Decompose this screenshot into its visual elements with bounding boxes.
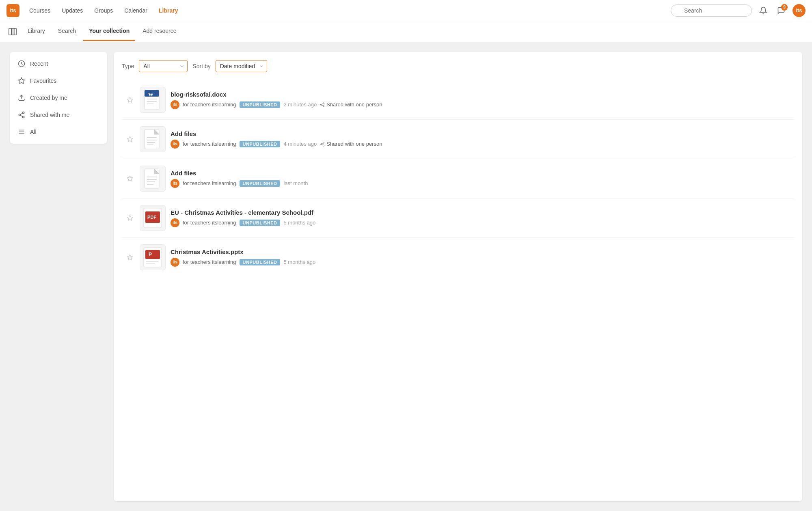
svg-point-7 — [22, 112, 24, 114]
search-input[interactable] — [671, 4, 752, 17]
resource-shared: Shared with one person — [320, 141, 382, 147]
author-avatar: its — [171, 258, 179, 267]
star-button[interactable] — [125, 213, 135, 223]
resource-title[interactable]: Add files — [171, 130, 791, 137]
star-button[interactable] — [125, 174, 135, 183]
type-filter-label: Type — [122, 63, 134, 69]
svg-point-33 — [323, 142, 324, 143]
nav-groups[interactable]: Groups — [89, 5, 118, 16]
share-small-icon — [320, 102, 325, 107]
list-item: Add files its for teachers itslearning U… — [122, 120, 794, 159]
author-avatar: its — [171, 140, 179, 149]
star-button[interactable] — [125, 95, 135, 105]
svg-rect-1 — [9, 28, 11, 35]
svg-rect-3 — [14, 28, 16, 35]
resource-info: EU - Christmas Activities - elementary S… — [171, 209, 791, 227]
svg-marker-15 — [127, 97, 132, 102]
star-button[interactable] — [125, 252, 135, 262]
sidebar-item-recent[interactable]: Recent — [10, 55, 107, 72]
svg-line-36 — [322, 144, 323, 145]
svg-marker-5 — [19, 78, 25, 84]
sidebar-item-favourites-label: Favourites — [30, 78, 56, 84]
star-icon — [18, 77, 25, 84]
sidebar-item-favourites[interactable]: Favourites — [10, 72, 107, 89]
sort-select[interactable]: Date modified Name Date created — [216, 60, 267, 72]
svg-point-35 — [323, 145, 324, 146]
resource-title[interactable]: EU - Christmas Activities - elementary S… — [171, 209, 791, 216]
resource-title[interactable]: blog-risksofai.docx — [171, 91, 791, 98]
svg-text:W: W — [148, 91, 153, 97]
top-navigation: its Courses Updates Groups Calendar Libr… — [0, 0, 812, 21]
subnav-add-resource[interactable]: Add resource — [137, 22, 182, 41]
list-item: Add files its for teachers itslearning U… — [122, 159, 794, 198]
star-button[interactable] — [125, 134, 135, 144]
generic-file-icon — [144, 168, 162, 189]
resource-title[interactable]: Add files — [171, 170, 791, 177]
upload-icon — [18, 94, 25, 101]
clock-icon — [18, 60, 25, 67]
list-item: P Christmas Activities.pptx its for teac… — [122, 238, 794, 277]
nav-courses[interactable]: Courses — [24, 5, 55, 16]
resource-author: for teachers itslearning — [183, 141, 236, 147]
sidebar-item-all[interactable]: All — [10, 123, 107, 140]
resource-thumbnail — [140, 166, 166, 192]
star-outline-icon — [127, 136, 133, 142]
sub-navigation: Library Search Your collection Add resou… — [0, 21, 812, 42]
logo-badge[interactable]: its — [6, 4, 19, 17]
status-badge: UNPUBLISHED — [240, 101, 281, 108]
svg-line-11 — [20, 113, 22, 114]
sidebar-item-created-by-me[interactable]: Created by me — [10, 89, 107, 106]
resource-title[interactable]: Christmas Activities.pptx — [171, 248, 791, 255]
sort-filter-label: Sort by — [192, 63, 210, 69]
sidebar: Recent Favourites Created by me Shared w… — [10, 52, 107, 144]
resource-thumbnail: W — [140, 87, 166, 113]
resource-thumbnail: PDF — [140, 205, 166, 231]
sort-select-wrapper: Date modified Name Date created — [216, 60, 267, 72]
top-nav-links: Courses Updates Groups Calendar Library — [24, 5, 671, 16]
filters-row: Type All Document PDF Presentation Video… — [122, 60, 794, 72]
subnav-library[interactable]: Library — [22, 22, 51, 41]
nav-calendar[interactable]: Calendar — [119, 5, 152, 16]
resource-meta: its for teachers itslearning UNPUBLISHED… — [171, 179, 791, 188]
notifications-bell-button[interactable] — [757, 4, 770, 17]
share-icon — [18, 111, 25, 119]
resource-author: for teachers itslearning — [183, 101, 236, 108]
status-badge: UNPUBLISHED — [240, 259, 281, 265]
svg-point-24 — [323, 106, 324, 107]
resource-time: 5 months ago — [283, 220, 315, 226]
sidebar-item-all-label: All — [30, 129, 37, 135]
svg-point-22 — [323, 103, 324, 104]
resource-meta: its for teachers itslearning UNPUBLISHED… — [171, 140, 791, 149]
nav-updates[interactable]: Updates — [57, 5, 88, 16]
pptx-file-icon: P — [143, 247, 162, 268]
svg-text:P: P — [149, 252, 152, 257]
svg-line-26 — [322, 103, 323, 104]
resource-shared: Shared with one person — [320, 101, 382, 108]
nav-library[interactable]: Library — [154, 5, 183, 16]
svg-point-34 — [321, 143, 322, 144]
type-select-wrapper: All Document PDF Presentation Video — [139, 60, 188, 72]
resource-info: blog-risksofai.docx its for teachers its… — [171, 91, 791, 109]
svg-line-10 — [20, 115, 22, 116]
notification-count-badge: 9 — [781, 4, 788, 11]
type-select[interactable]: All Document PDF Presentation Video — [139, 60, 188, 72]
share-small-icon — [320, 142, 325, 147]
resource-info: Christmas Activities.pptx its for teache… — [171, 248, 791, 267]
generic-file-icon — [144, 129, 162, 150]
svg-text:PDF: PDF — [147, 215, 156, 220]
svg-rect-2 — [11, 28, 14, 35]
sidebar-item-shared-with-me[interactable]: Shared with me — [10, 106, 107, 123]
resource-author: for teachers itslearning — [183, 220, 236, 226]
subnav-your-collection[interactable]: Your collection — [83, 22, 135, 41]
main-area: Recent Favourites Created by me Shared w… — [0, 42, 812, 511]
pdf-file-icon: PDF — [143, 207, 162, 229]
resource-time: 5 months ago — [283, 259, 315, 265]
star-outline-icon — [127, 215, 133, 221]
resource-info: Add files its for teachers itslearning U… — [171, 130, 791, 149]
subnav-search[interactable]: Search — [52, 22, 82, 41]
svg-marker-48 — [127, 254, 132, 260]
user-avatar[interactable]: its — [793, 4, 806, 17]
list-item: W blog-risksofai.docx its for teachers i… — [122, 80, 794, 120]
messages-button[interactable]: 9 — [775, 4, 788, 17]
resource-info: Add files its for teachers itslearning U… — [171, 170, 791, 188]
